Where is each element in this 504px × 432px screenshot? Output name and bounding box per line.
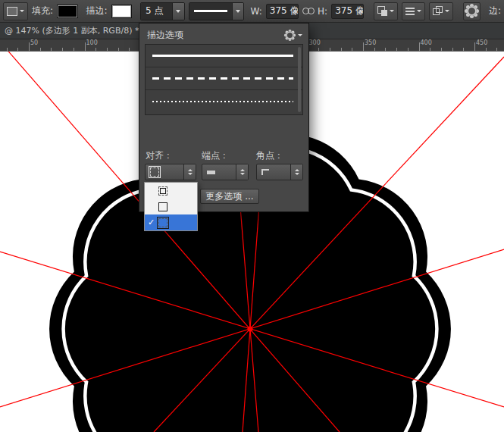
ruler-minor-tick — [330, 48, 330, 51]
shape-height-value: 375 像 — [335, 5, 364, 17]
stroke-type-preview — [189, 3, 232, 20]
ruler-label: 300 — [309, 40, 321, 46]
fill-color-swatch[interactable] — [57, 5, 78, 18]
shape-height-input[interactable]: 375 像 — [331, 4, 364, 19]
stroke-width-arrow-button[interactable] — [172, 3, 184, 20]
ruler-minor-tick — [74, 48, 74, 51]
caps-dropdown[interactable] — [202, 164, 249, 180]
link-dimensions-icon[interactable] — [302, 7, 314, 15]
ruler-label: 450 — [476, 40, 487, 46]
ruler-minor-tick — [62, 48, 63, 51]
ruler-minor-tick — [385, 48, 386, 51]
ruler-minor-tick — [430, 48, 430, 51]
ruler-minor-tick — [129, 48, 130, 51]
fill-label: 填充: — [32, 5, 53, 17]
stroke-style-option-dotted[interactable] — [146, 90, 302, 113]
ruler-minor-tick — [118, 48, 119, 51]
stroke-color-swatch[interactable] — [111, 5, 133, 18]
align-center-icon — [158, 202, 167, 211]
line-cap-icon — [207, 171, 215, 174]
stroke-width-value: 5 点 — [141, 3, 171, 20]
ruler-minor-tick — [441, 48, 442, 51]
chevron-up-icon — [240, 169, 245, 171]
shape-width-input[interactable]: 375 像 — [266, 4, 299, 19]
ruler-minor-tick — [408, 48, 409, 51]
solid-line-icon — [152, 55, 293, 57]
align-outside-icon — [158, 218, 167, 227]
stroke-style-option-solid[interactable] — [146, 45, 302, 67]
ruler-minor-tick — [17, 48, 18, 51]
ruler-minor-tick — [40, 48, 41, 51]
ruler-minor-tick — [352, 48, 352, 51]
ruler-minor-tick — [51, 48, 52, 51]
ruler-minor-tick — [486, 48, 487, 51]
width-field-label: W: — [251, 6, 262, 17]
height-field-label: H: — [318, 6, 327, 17]
stroke-style-option-dashed[interactable] — [146, 67, 302, 90]
more-options-button[interactable]: 更多选项 ... — [200, 189, 259, 204]
path-arrangement-button[interactable] — [429, 2, 453, 20]
rays-center-point — [248, 327, 253, 332]
align-label: 对齐： — [146, 149, 173, 162]
combine-shapes-icon — [377, 6, 387, 16]
align-dropdown-stepper[interactable] — [183, 164, 196, 180]
chevron-up-icon — [295, 169, 299, 171]
chevron-down-icon — [188, 173, 193, 175]
ruler-minor-tick — [95, 48, 96, 51]
ruler-major-tick — [29, 42, 30, 51]
ruler-major-tick — [474, 42, 475, 51]
ruler-minor-tick — [496, 48, 497, 51]
path-alignment-button[interactable] — [402, 2, 425, 20]
stroke-type-arrow-button[interactable] — [232, 3, 243, 20]
corners-label: 角点： — [256, 149, 283, 162]
align-edges-label: 边: — [489, 5, 501, 17]
align-menu-item-inside[interactable] — [145, 183, 197, 199]
ruler-minor-tick — [107, 48, 108, 51]
ruler-minor-tick — [452, 48, 453, 51]
tool-presets-dropdown[interactable] — [3, 2, 28, 20]
ruler-minor-tick — [341, 48, 342, 51]
stroke-style-list — [145, 44, 303, 115]
stroke-label: 描边: — [86, 5, 108, 17]
ruler-minor-tick — [318, 48, 319, 51]
corners-dropdown-stepper[interactable] — [290, 164, 302, 180]
dotted-line-icon — [152, 101, 293, 102]
align-dropdown[interactable] — [145, 164, 196, 180]
ruler-major-tick — [363, 42, 364, 51]
dashed-line-icon — [152, 77, 293, 80]
stroke-type-combo[interactable] — [189, 2, 244, 20]
panel-title: 描边选项 — [147, 29, 183, 42]
chevron-down-icon — [298, 34, 302, 36]
stroke-width-combo[interactable]: 5 点 — [140, 2, 184, 20]
ruler-label: 400 — [421, 40, 432, 46]
align-dropdown-value — [146, 164, 183, 180]
ruler-label: 50 — [30, 40, 38, 46]
ruler-minor-tick — [7, 48, 8, 51]
panel-menu-button[interactable] — [285, 30, 302, 40]
align-icon — [405, 7, 415, 16]
chevron-down-icon — [20, 10, 24, 12]
gear-icon — [286, 31, 293, 39]
corner-miter-icon — [261, 169, 269, 175]
chevron-up-icon — [188, 169, 193, 171]
document-title: @ 147% (多边形 1 副本, RGB/8) * — [5, 25, 139, 36]
ruler-minor-tick — [396, 48, 397, 51]
photoshop-window: 填充: 描边: 5 点 W: 375 像 H: 375 像 — [0, 0, 504, 432]
chevron-down-icon — [417, 10, 421, 12]
corners-dropdown[interactable] — [256, 164, 303, 180]
geometry-options-button[interactable] — [463, 2, 481, 20]
more-options-label: 更多选项 ... — [205, 190, 253, 203]
shape-width-value: 375 像 — [270, 5, 299, 17]
align-menu-item-outside[interactable]: ✓ — [145, 214, 197, 230]
arrange-layers-icon — [433, 6, 443, 16]
shape-tool-icon — [7, 7, 17, 16]
caps-dropdown-stepper[interactable] — [236, 164, 248, 180]
gear-icon — [467, 6, 477, 16]
align-outside-icon — [150, 167, 159, 177]
ruler-minor-tick — [374, 48, 375, 51]
chevron-down-icon — [176, 10, 180, 13]
caps-dropdown-value — [202, 164, 236, 180]
align-menu-item-center[interactable] — [145, 199, 197, 214]
path-operations-button[interactable] — [374, 2, 398, 20]
chevron-down-icon — [390, 10, 394, 12]
